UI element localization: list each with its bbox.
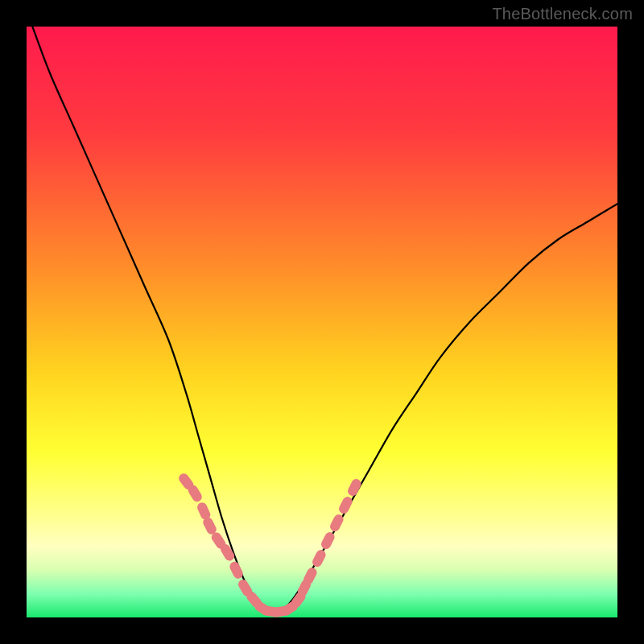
plot-background (27, 27, 617, 617)
outer-frame: TheBottleneck.com (0, 0, 644, 644)
bottleneck-chart (0, 0, 644, 644)
watermark-label: TheBottleneck.com (492, 5, 633, 23)
